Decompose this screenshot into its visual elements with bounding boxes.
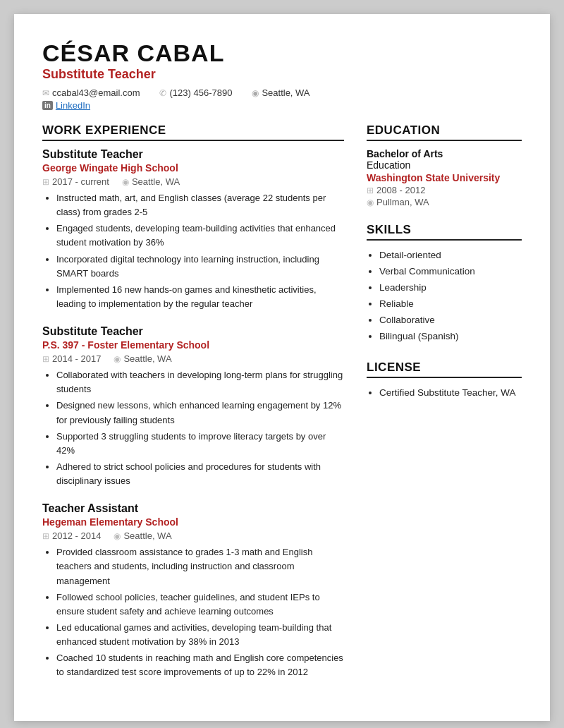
skill-5: Collaborative [379,313,522,329]
bullet-2-3: Supported 3 struggling students to impro… [56,430,344,458]
edu-location: ◉ Pullman, WA [367,197,522,207]
job-title-3: Teacher Assistant [42,502,344,515]
location-icon-2: ◉ [114,354,121,364]
bullet-3-4: Coached 10 students in reaching math and… [56,651,344,679]
skill-2: Verbal Communication [379,264,522,280]
right-column: EDUCATION Bachelor of Arts Education Was… [367,123,522,696]
phone-value: (123) 456-7890 [169,87,232,98]
calendar-icon-3: ⊞ [42,531,49,541]
license-section: LICENSE Certified Substitute Teacher, WA [367,360,522,401]
license-1: Certified Substitute Teacher, WA [379,385,522,401]
job-bullets-2: Collaborated with teachers in developing… [56,368,344,488]
edu-field: Education [367,159,522,171]
job-location-3: ◉ Seattle, WA [114,530,171,541]
contact-row-1: ✉ ccabal43@email.com ✆ (123) 456-7890 ◉ … [42,87,522,98]
location-icon-edu: ◉ [367,198,374,207]
calendar-icon-1: ⊞ [42,177,49,187]
header: CÉSAR CABAL Substitute Teacher ✉ ccabal4… [42,40,522,111]
bullet-2-4: Adhered to strict school policies and pr… [56,460,344,488]
bullet-1-2: Engaged students, developing team-buildi… [56,222,344,250]
location-value: Seattle, WA [262,87,309,98]
job-location-2: ◉ Seattle, WA [114,353,171,364]
skill-4: Reliable [379,296,522,313]
candidate-name: CÉSAR CABAL [42,40,522,67]
job-company-1: George Wingate High School [42,162,344,174]
job-bullets-3: Provided classroom assistance to grades … [56,545,344,679]
calendar-icon-edu: ⊞ [367,186,374,195]
bullet-1-3: Incorporated digital technology into lea… [56,253,344,281]
skill-1: Detail-oriented [379,248,522,264]
left-column: WORK EXPERIENCE Substitute Teacher Georg… [42,123,344,696]
candidate-title: Substitute Teacher [42,67,522,82]
bullet-1-1: Instructed math, art, and English classe… [56,191,344,219]
job-company-2: P.S. 397 - Foster Elementary School [42,339,344,351]
work-experience-title: WORK EXPERIENCE [42,123,344,141]
education-section: EDUCATION Bachelor of Arts Education Was… [367,123,522,207]
edu-degree: Bachelor of Arts [367,148,522,159]
bullet-3-3: Led educational games and activities, de… [56,621,344,649]
job-company-3: Hegeman Elementary School [42,516,344,528]
skills-title: SKILLS [367,223,522,241]
job-dates-1: ⊞ 2017 - current [42,176,109,187]
bullet-1-4: Implemented 16 new hands-on games and ki… [56,283,344,311]
contact-row-2: in LinkedIn [42,100,522,111]
skill-3: Leadership [379,280,522,296]
location-icon: ◉ [252,88,259,98]
education-title: EDUCATION [367,123,522,141]
location-contact: ◉ Seattle, WA [252,87,309,98]
job-location-1: ◉ Seattle, WA [122,176,180,187]
bullet-3-2: Followed school policies, teacher guidel… [56,590,344,619]
edu-dates: ⊞ 2008 - 2012 [367,185,522,195]
location-icon-1: ◉ [122,177,129,187]
edu-meta: ⊞ 2008 - 2012 ◉ Pullman, WA [367,185,522,207]
linkedin-link[interactable]: LinkedIn [56,100,90,111]
job-title-1: Substitute Teacher [42,148,344,161]
linkedin-icon: in [42,101,53,110]
skills-section: SKILLS Detail-oriented Verbal Communicat… [367,223,522,345]
job-meta-1: ⊞ 2017 - current ◉ Seattle, WA [42,176,344,187]
job-entry-1: Substitute Teacher George Wingate High S… [42,148,344,311]
resume-page: CÉSAR CABAL Substitute Teacher ✉ ccabal4… [14,14,550,721]
email-icon: ✉ [42,88,49,98]
phone-icon: ✆ [159,88,166,98]
work-experience-section: WORK EXPERIENCE Substitute Teacher Georg… [42,123,344,680]
bullet-2-1: Collaborated with teachers in developing… [56,368,344,396]
job-dates-3: ⊞ 2012 - 2014 [42,530,101,541]
job-meta-2: ⊞ 2014 - 2017 ◉ Seattle, WA [42,353,344,364]
edu-school: Washington State University [367,172,522,183]
job-dates-2: ⊞ 2014 - 2017 [42,353,101,364]
email-value: ccabal43@email.com [52,87,140,98]
bullet-2-2: Designed new lessons, which enhanced lea… [56,399,344,427]
license-title: LICENSE [367,360,522,378]
location-icon-3: ◉ [114,531,121,541]
calendar-icon-2: ⊞ [42,354,49,364]
linkedin-contact[interactable]: in LinkedIn [42,100,90,111]
job-bullets-1: Instructed math, art, and English classe… [56,191,344,311]
job-entry-3: Teacher Assistant Hegeman Elementary Sch… [42,502,344,679]
email-contact: ✉ ccabal43@email.com [42,87,140,98]
bullet-3-1: Provided classroom assistance to grades … [56,545,344,588]
phone-contact: ✆ (123) 456-7890 [159,87,232,98]
main-layout: WORK EXPERIENCE Substitute Teacher Georg… [42,123,522,696]
job-meta-3: ⊞ 2012 - 2014 ◉ Seattle, WA [42,530,344,541]
job-title-2: Substitute Teacher [42,325,344,338]
skill-6: Bilingual (Spanish) [379,329,522,345]
skills-list: Detail-oriented Verbal Communication Lea… [379,248,522,345]
job-entry-2: Substitute Teacher P.S. 397 - Foster Ele… [42,325,344,488]
license-list: Certified Substitute Teacher, WA [379,385,522,401]
